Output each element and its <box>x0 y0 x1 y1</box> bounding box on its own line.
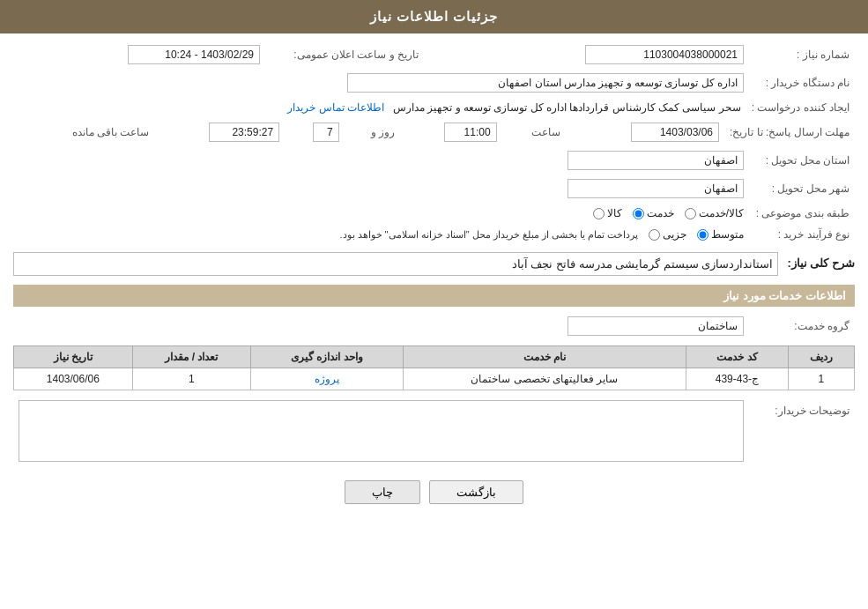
purchase-type-radio-group: متوسط جزیی پرداخت تمام یا بخشی از مبلغ خ… <box>19 228 744 241</box>
back-button[interactable]: بازگشت <box>429 480 523 504</box>
col-count: تعداد / مقدار <box>132 346 251 368</box>
purchase-jozvi-item: جزیی <box>649 228 686 241</box>
need-description-label: شرح کلی نیاز: <box>787 252 855 270</box>
services-table: ردیف کد خدمت نام خدمت واحد اندازه گیری ت… <box>13 345 855 390</box>
cell-radif: 1 <box>788 368 854 390</box>
buyer-org-value: اداره کل توسازی توسعه و تجهیز مدارس استا… <box>347 73 744 93</box>
city-label: شهر محل تحویل : <box>749 176 855 201</box>
response-days-label: روز و <box>371 126 395 138</box>
purchase-motavaset-item: متوسط <box>697 228 744 241</box>
category-kala-label: کالا <box>607 207 622 219</box>
creator-contact-link[interactable]: اطلاعات تماس خریدار <box>287 101 384 114</box>
category-kala-khadamat-label: کالا/خدمت <box>699 207 744 219</box>
cell-count: 1 <box>132 368 251 390</box>
service-group-value: ساختمان <box>568 316 744 336</box>
table-row: 1 ج-43-439 سایر فعالیتهای تخصصی ساختمان … <box>14 368 855 390</box>
need-number-label: شماره نیاز : <box>749 42 855 67</box>
cell-code: ج-43-439 <box>686 368 788 390</box>
buttons-row: بازگشت چاپ <box>13 480 855 504</box>
category-kala-radio[interactable] <box>593 208 605 219</box>
need-description-value: استانداردسازی سیستم گرمایشی مدرسه فاتح ن… <box>512 257 774 271</box>
col-unit: واحد اندازه گیری <box>251 346 403 368</box>
need-description-box: استانداردسازی سیستم گرمایشی مدرسه فاتح ن… <box>13 252 778 276</box>
category-kala-item: کالا <box>593 207 622 219</box>
category-khadamat-item: خدمت <box>633 207 674 219</box>
col-radif: ردیف <box>788 346 854 368</box>
purchase-note: پرداخت تمام یا بخشی از مبلغ خریداز محل "… <box>339 229 638 241</box>
purchase-jozvi-radio[interactable] <box>649 229 660 241</box>
category-khadamat-label: خدمت <box>647 207 674 219</box>
category-kala-khadamat-radio[interactable] <box>685 208 696 219</box>
col-code: کد خدمت <box>686 346 788 368</box>
need-number-value: 1103004038000021 <box>585 45 744 64</box>
cell-name: سایر فعالیتهای تخصصی ساختمان <box>403 368 686 390</box>
buyer-description-textarea[interactable] <box>19 400 744 462</box>
purchase-type-label: نوع فرآیند خرید : <box>749 226 855 243</box>
response-deadline-label: مهلت ارسال پاسخ: تا تاریخ: <box>724 120 855 145</box>
category-kala-khadamat-item: کالا/خدمت <box>685 207 744 219</box>
category-khadamat-radio[interactable] <box>633 208 644 219</box>
province-label: استان محل تحویل : <box>749 148 855 173</box>
response-time-label: ساعت <box>531 126 560 138</box>
purchase-motavaset-radio[interactable] <box>697 229 708 241</box>
response-time: 11:00 <box>444 123 497 142</box>
category-label: طبقه بندی موضوعی : <box>749 204 855 222</box>
response-remaining-label: ساعت باقی مانده <box>72 126 150 138</box>
purchase-motavaset-label: متوسط <box>711 228 744 241</box>
province-value: اصفهان <box>568 151 744 170</box>
city-value: اصفهان <box>568 179 744 198</box>
services-section-title: اطلاعات خدمات مورد نیاز <box>13 285 855 307</box>
col-date: تاریخ نیاز <box>14 346 133 368</box>
page-header: جزئیات اطلاعات نیاز <box>0 0 868 33</box>
response-date: 1403/03/06 <box>631 123 719 142</box>
cell-date: 1403/06/06 <box>14 368 133 390</box>
page-title: جزئیات اطلاعات نیاز <box>370 9 498 24</box>
col-name: نام خدمت <box>403 346 686 368</box>
announce-datetime-value: 1403/02/29 - 10:24 <box>128 45 260 64</box>
category-radio-group: کالا/خدمت خدمت کالا <box>19 207 744 219</box>
response-days: 7 <box>313 123 339 142</box>
buyer-desc-label: توضیحات خریدار: <box>749 397 855 467</box>
cell-unit: پروژه <box>251 368 403 390</box>
announce-datetime-label: تاریخ و ساعت اعلان عمومی: <box>265 42 424 67</box>
creator-label: ایجاد کننده درخواست : <box>746 99 855 116</box>
creator-value: سحر سیاسی کمک کارشناس قراردادها اداره کل… <box>393 101 741 114</box>
purchase-jozvi-label: جزیی <box>663 228 686 241</box>
response-remaining: 23:59:27 <box>209 123 279 142</box>
print-button[interactable]: چاپ <box>345 480 420 504</box>
buyer-org-label: نام دستگاه خریدار : <box>749 71 855 95</box>
service-group-label: گروه خدمت: <box>749 314 855 338</box>
